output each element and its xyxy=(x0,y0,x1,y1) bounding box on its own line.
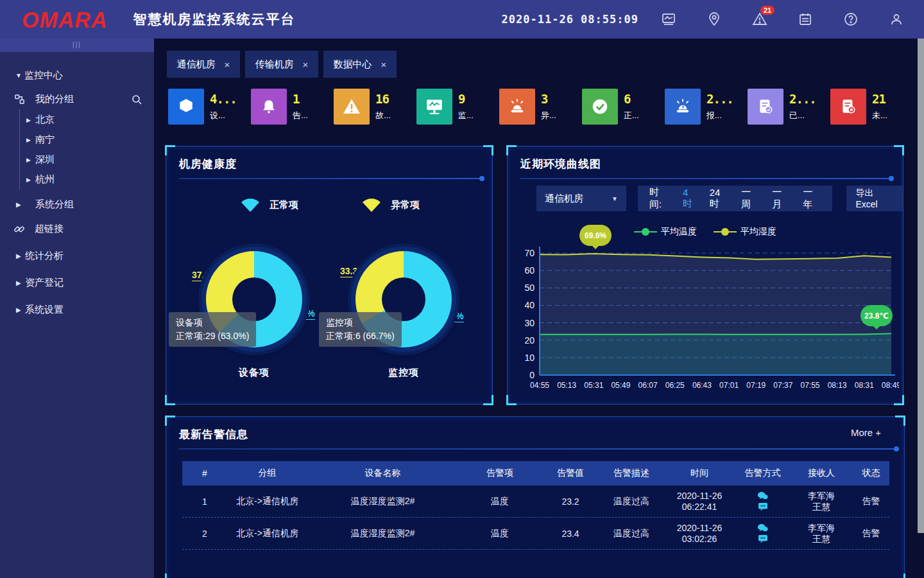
sidebar-item-nanning[interactable]: ▶南宁 xyxy=(20,130,154,150)
temperature-marker: 23.8℃ xyxy=(860,305,893,326)
svg-text:50: 50 xyxy=(524,283,535,293)
trend-monitor-icon[interactable] xyxy=(660,11,677,28)
svg-text:08:49: 08:49 xyxy=(882,381,899,390)
time-label: 时间: xyxy=(649,186,670,211)
environment-panel: 近期环境曲线图 通信机房 ▼ 时间: 4时 24时 一周 一月 一年 导出Exc… xyxy=(507,146,903,405)
close-icon[interactable]: × xyxy=(225,59,230,70)
svg-text:06:25: 06:25 xyxy=(665,381,685,390)
stat-abnormal[interactable]: 3异... xyxy=(499,89,582,125)
location-icon[interactable] xyxy=(706,11,723,28)
svg-text:40: 40 xyxy=(524,300,535,310)
stat-handled[interactable]: 2...已... xyxy=(748,89,830,125)
sidebar-item-stats-analysis[interactable]: ▶ 统计分析 xyxy=(0,245,154,267)
doc-error-icon xyxy=(830,89,866,125)
svg-text:10: 10 xyxy=(524,353,535,363)
stats-row: 4...设... 1告... 16故... 9监... xyxy=(168,89,911,125)
sidebar-collapse-handle[interactable]: ||| xyxy=(0,39,154,52)
table-row[interactable]: 2 北京->通信机房 温度湿度监测2# 温度 23.4 温度过高 2020-11… xyxy=(182,518,889,550)
close-icon[interactable]: × xyxy=(303,59,309,70)
svg-text:30: 30 xyxy=(524,318,535,328)
health-panel-title: 机房健康度 xyxy=(179,157,237,171)
device-donut-caption: 设备项 xyxy=(206,367,302,379)
export-excel-button[interactable]: 导出Excel xyxy=(846,186,903,211)
check-circle-icon xyxy=(582,89,618,125)
sidebar-item-system-group[interactable]: ▶ 系统分组 xyxy=(0,194,154,215)
environment-line-chart[interactable]: 01020304050607004:5505:1305:3105:4906:07… xyxy=(514,243,899,403)
time-option-year[interactable]: 一年 xyxy=(803,186,821,211)
svg-text:07:19: 07:19 xyxy=(746,381,766,390)
svg-text:07:01: 07:01 xyxy=(719,381,739,390)
stat-unhandled[interactable]: 21未... xyxy=(830,89,913,125)
cube-icon xyxy=(168,89,204,125)
status-badge: 告警 xyxy=(853,496,889,507)
sms-icon xyxy=(758,534,768,543)
top-header: OMARA 智慧机房监控系统云平台 2020-11-26 08:55:09 21 xyxy=(0,0,924,39)
close-icon[interactable]: × xyxy=(381,59,387,70)
sms-icon xyxy=(758,502,768,511)
sidebar-item-system-settings[interactable]: ▶ 系统设置 xyxy=(0,299,154,320)
room-select[interactable]: 通信机房 ▼ xyxy=(536,186,626,211)
table-header-row: #分组 设备名称告警项 告警值告警描述 时间告警方式 接收人状态 xyxy=(182,461,889,486)
scrollbar[interactable] xyxy=(918,39,924,533)
stat-devices[interactable]: 4...设... xyxy=(168,89,251,125)
svg-text:07:37: 07:37 xyxy=(773,381,792,390)
brand-logo: OMARA xyxy=(22,6,107,33)
main-content: 通信机房 × 传输机房 × 数据中心 × 4...设... xyxy=(154,39,924,578)
temperature-series-icon xyxy=(634,228,657,236)
legend-avg-temperature[interactable]: 平均温度 xyxy=(634,226,697,238)
tab-data-center[interactable]: 数据中心 × xyxy=(323,51,397,78)
alert-triangle-icon[interactable]: 21 xyxy=(751,11,768,28)
time-option-4h[interactable]: 4时 xyxy=(683,187,697,210)
svg-text:05:49: 05:49 xyxy=(611,381,630,390)
calendar-icon[interactable] xyxy=(797,11,814,28)
sidebar-item-asset-register[interactable]: ▶ 资产登记 xyxy=(0,272,154,293)
sidebar-item-monitor-center[interactable]: ▼ 监控中心 xyxy=(0,65,154,86)
bell-icon xyxy=(251,89,287,125)
datetime-clock: 2020-11-26 08:55:09 xyxy=(502,13,638,26)
legend-avg-humidity[interactable]: 平均湿度 xyxy=(714,226,776,238)
sidebar-item-beijing[interactable]: ▶北京 xyxy=(20,110,154,130)
environment-panel-title: 近期环境曲线图 xyxy=(520,157,601,171)
fan-abnormal-icon xyxy=(360,198,383,212)
status-badge: 告警 xyxy=(853,528,889,539)
monitor-donut-caption: 监控项 xyxy=(355,367,452,379)
legend-normal[interactable]: 正常项 xyxy=(239,198,298,212)
sidebar: ||| ▼ 监控中心 我的分组 ▶北京 ▶南宁 ▶深圳 ▶杭州 ▶ 系统分组 xyxy=(0,39,154,578)
table-row[interactable]: 1 北京->通信机房 温度湿度监测2# 温度 23.2 温度过高 2020-11… xyxy=(182,486,889,518)
time-option-24h[interactable]: 24时 xyxy=(710,187,729,210)
humidity-series-icon xyxy=(714,228,737,236)
health-panel: 机房健康度 正常项 异常项 37.0% 63.0% 33.3% 66.7% 设备… xyxy=(166,146,493,405)
sidebar-item-shenzhen[interactable]: ▶深圳 xyxy=(20,150,154,170)
sidebar-item-my-groups[interactable]: 我的分组 xyxy=(0,89,154,110)
siren-icon xyxy=(499,89,535,125)
time-option-month[interactable]: 一月 xyxy=(772,186,790,211)
tab-transmission-room[interactable]: 传输机房 × xyxy=(245,51,318,78)
legend-abnormal[interactable]: 异常项 xyxy=(360,198,420,212)
svg-text:05:13: 05:13 xyxy=(557,381,576,390)
tab-comm-room[interactable]: 通信机房 × xyxy=(167,51,240,78)
search-icon[interactable] xyxy=(131,94,142,105)
alarms-panel: 最新告警信息 More + #分组 设备名称告警项 告警值告警描述 时间告警方式… xyxy=(166,416,905,578)
sidebar-item-hyperlink[interactable]: 超链接 xyxy=(0,218,154,240)
stat-reported[interactable]: 2...报... xyxy=(665,89,748,125)
sidebar-item-hangzhou[interactable]: ▶杭州 xyxy=(20,170,154,189)
svg-text:07:55: 07:55 xyxy=(801,381,820,390)
more-link[interactable]: More + xyxy=(851,427,881,438)
chevron-right-icon: ▶ xyxy=(26,157,35,163)
svg-text:20: 20 xyxy=(524,335,535,346)
svg-text:70: 70 xyxy=(524,248,535,258)
stat-faults[interactable]: 16故... xyxy=(334,89,416,125)
help-icon[interactable] xyxy=(843,11,859,28)
stat-normal[interactable]: 6正... xyxy=(582,89,665,125)
chevron-right-icon: ▶ xyxy=(26,177,35,183)
group-icon xyxy=(14,94,25,105)
chevron-right-icon: ▶ xyxy=(16,252,25,259)
alarms-table: #分组 设备名称告警项 告警值告警描述 时间告警方式 接收人状态 1 北京->通… xyxy=(182,461,889,550)
fan-normal-icon xyxy=(239,198,262,212)
stat-alerts[interactable]: 1告... xyxy=(251,89,334,125)
time-option-week[interactable]: 一周 xyxy=(741,186,759,211)
svg-text:05:31: 05:31 xyxy=(584,381,603,390)
stat-monitors[interactable]: 9监... xyxy=(416,89,499,125)
user-icon[interactable] xyxy=(888,11,905,28)
time-range-filter: 时间: 4时 24时 一周 一月 一年 xyxy=(638,186,832,211)
